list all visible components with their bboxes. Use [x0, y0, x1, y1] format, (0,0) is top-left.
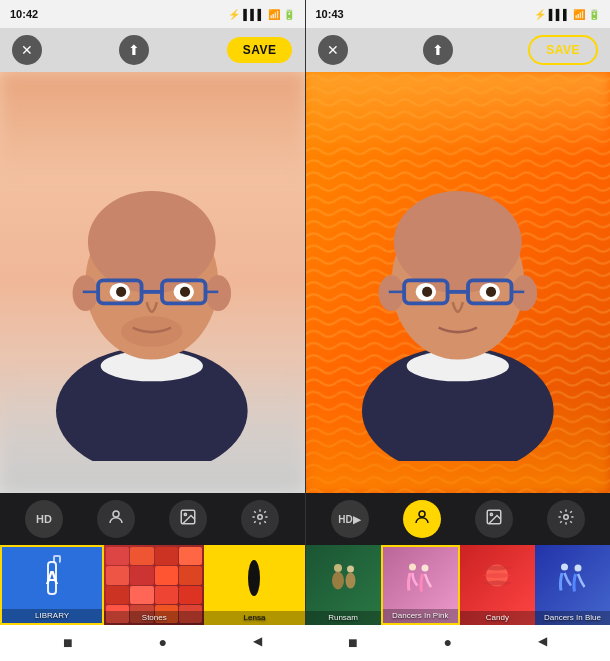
right-nav-square[interactable]: ■ — [348, 634, 358, 652]
signal-icon: ▌▌▌ — [243, 9, 264, 20]
right-bluetooth-icon: ⚡ — [534, 9, 546, 20]
svg-point-18 — [113, 511, 119, 517]
stones-label: Stones — [104, 611, 204, 625]
library-label: LIBRARY — [2, 609, 102, 623]
right-close-button[interactable]: ✕ — [318, 35, 348, 65]
right-share-icon: ⬆ — [432, 42, 444, 58]
left-status-icons: ⚡ ▌▌▌ 📶 🔋 — [228, 9, 294, 20]
left-filter-strip: A LIBRARY Stones — [0, 545, 305, 625]
right-battery-icon: 🔋 — [588, 9, 600, 20]
left-nav-triangle[interactable]: ◀ — [253, 634, 262, 652]
right-face-button[interactable] — [403, 500, 441, 538]
right-wifi-icon: 📶 — [573, 9, 585, 20]
svg-point-38 — [486, 286, 496, 296]
lensa-label: Lensa — [204, 611, 304, 625]
svg-point-20 — [185, 513, 187, 515]
left-nav-square[interactable]: ■ — [63, 634, 73, 652]
dancers-blue-svg — [552, 558, 592, 598]
left-person-svg — [24, 104, 280, 462]
svg-point-45 — [347, 566, 354, 573]
dancers-pink-svg — [400, 558, 440, 598]
runsam-svg — [323, 558, 363, 598]
svg-point-39 — [419, 511, 425, 517]
left-time: 10:42 — [10, 8, 38, 20]
right-icon-row: HD▶ — [306, 493, 611, 545]
right-time: 10:43 — [316, 8, 344, 20]
left-hd-label: HD — [36, 513, 52, 525]
dancers-blue-thumb — [550, 545, 594, 611]
right-share-button[interactable]: ⬆ — [423, 35, 453, 65]
filter-candy[interactable]: Candy — [460, 545, 535, 625]
candy-label: Candy — [460, 611, 535, 625]
right-save-button[interactable]: SAVE — [528, 35, 598, 65]
left-close-icon: ✕ — [21, 42, 33, 58]
right-settings-button[interactable] — [547, 500, 585, 538]
left-photo-area — [0, 72, 305, 493]
right-toolbar: ✕ ⬆ SAVE — [306, 28, 611, 72]
dancers-blue-label: Dancers In Blue — [535, 611, 610, 625]
left-face-button[interactable] — [97, 500, 135, 538]
filter-dancers-pink[interactable]: Dancers In Pink — [381, 545, 460, 625]
library-icon-area: A — [44, 547, 61, 609]
svg-point-4 — [88, 190, 216, 292]
svg-point-27 — [394, 190, 522, 292]
dancers-pink-label: Dancers In Pink — [383, 609, 458, 623]
left-share-icon: ⬆ — [128, 42, 140, 58]
right-settings-icon — [557, 508, 575, 530]
filter-dancers-blue[interactable]: Dancers In Blue — [535, 545, 610, 625]
lensa-o-icon — [248, 560, 260, 596]
runsam-thumb — [321, 545, 365, 611]
right-hd-label: HD▶ — [338, 514, 360, 525]
lensa-icon-area — [248, 545, 260, 611]
right-face-icon — [413, 508, 431, 530]
nav-bar: ■ ● ◀ ■ ● ◀ — [0, 625, 610, 661]
library-a-label: A — [46, 568, 59, 589]
runsam-label: Runsam — [306, 611, 381, 625]
left-hd-button[interactable]: HD — [25, 500, 63, 538]
left-settings-button[interactable] — [241, 500, 279, 538]
left-face-icon — [107, 508, 125, 530]
left-share-button[interactable]: ⬆ — [119, 35, 149, 65]
right-status-bar: 10:43 ⚡ ▌▌▌ 📶 🔋 — [306, 0, 611, 28]
left-person — [0, 72, 305, 493]
left-settings-icon — [251, 508, 269, 530]
left-nav: ■ ● ◀ — [20, 634, 305, 652]
svg-point-21 — [258, 515, 263, 520]
svg-point-48 — [422, 565, 429, 572]
wifi-icon: 📶 — [268, 9, 280, 20]
right-panel: 10:43 ⚡ ▌▌▌ 📶 🔋 ✕ ⬆ SAVE — [306, 0, 611, 625]
right-person — [306, 72, 611, 493]
candy-thumb — [475, 545, 519, 611]
left-close-button[interactable]: ✕ — [12, 35, 42, 65]
right-nav-circle[interactable]: ● — [444, 634, 452, 652]
filter-lensa[interactable]: Lensa — [204, 545, 304, 625]
filter-library[interactable]: A LIBRARY — [0, 545, 104, 625]
right-nav: ■ ● ◀ — [305, 634, 590, 652]
right-nav-triangle[interactable]: ◀ — [538, 634, 547, 652]
svg-point-41 — [490, 513, 492, 515]
filter-runsam[interactable]: Runsam — [306, 545, 381, 625]
right-hd-button[interactable]: HD▶ — [331, 500, 369, 538]
right-person-svg — [330, 104, 586, 462]
svg-point-15 — [116, 286, 126, 296]
candy-svg — [477, 558, 517, 598]
left-status-bar: 10:42 ⚡ ▌▌▌ 📶 🔋 — [0, 0, 305, 28]
right-filter-strip: Runsam Dancers In Pink — [306, 545, 611, 625]
left-panel: 10:42 ⚡ ▌▌▌ 📶 🔋 ✕ ⬆ SAVE — [0, 0, 306, 625]
left-gallery-button[interactable] — [169, 500, 207, 538]
left-nav-circle[interactable]: ● — [159, 634, 167, 652]
svg-point-46 — [346, 573, 356, 589]
right-gallery-icon — [485, 508, 503, 530]
left-save-button[interactable]: SAVE — [227, 37, 293, 63]
left-gallery-icon — [179, 508, 197, 530]
svg-point-50 — [561, 564, 568, 571]
right-gallery-button[interactable] — [475, 500, 513, 538]
right-close-icon: ✕ — [327, 42, 339, 58]
svg-point-17 — [122, 316, 183, 347]
library-icon-box: A — [47, 561, 57, 595]
left-toolbar: ✕ ⬆ SAVE — [0, 28, 305, 72]
battery-icon: 🔋 — [283, 9, 295, 20]
svg-point-16 — [180, 286, 190, 296]
svg-point-51 — [575, 565, 582, 572]
filter-stones[interactable]: Stones — [104, 545, 204, 625]
